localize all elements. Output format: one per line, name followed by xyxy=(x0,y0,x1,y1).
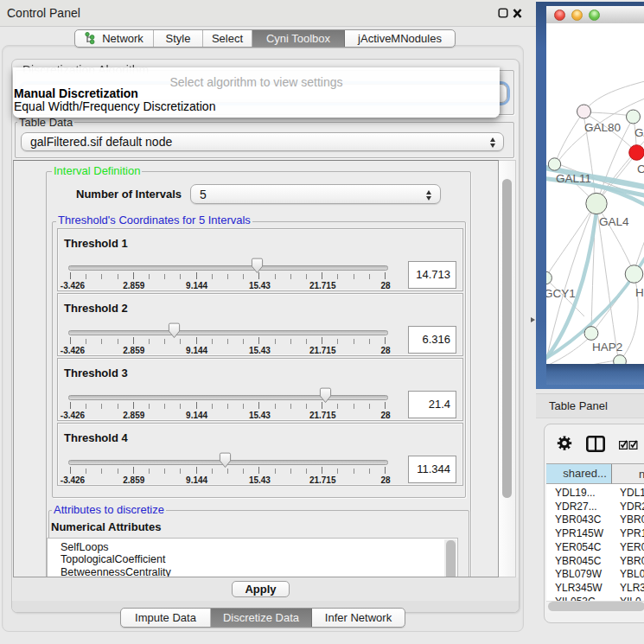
svg-text:GA: GA xyxy=(634,126,644,139)
svg-text:GCY1: GCY1 xyxy=(546,287,576,300)
svg-text:H: H xyxy=(635,286,644,299)
svg-text:GAL11: GAL11 xyxy=(556,172,591,185)
svg-text:GAL80: GAL80 xyxy=(584,121,621,134)
svg-text:HAP2: HAP2 xyxy=(592,341,622,354)
svg-text:C: C xyxy=(637,163,644,175)
svg-text:GAL4: GAL4 xyxy=(599,215,629,228)
